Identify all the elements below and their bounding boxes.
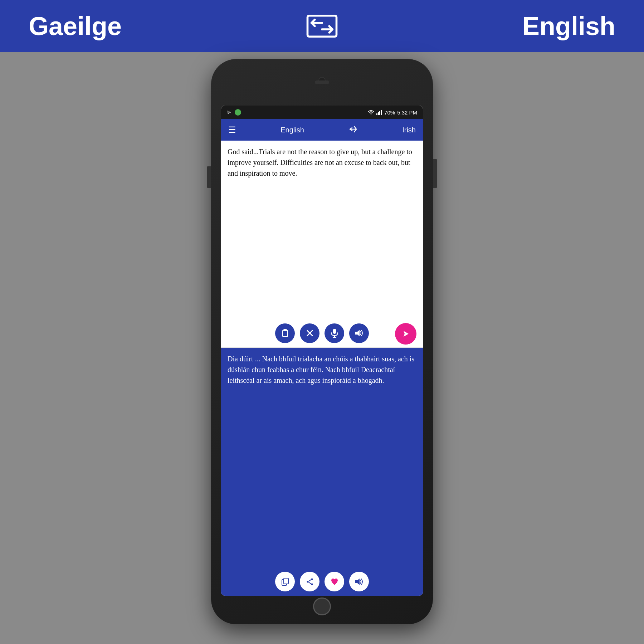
- output-text: Dia dúirt ... Nach bhfuil trialacha an c…: [221, 348, 423, 567]
- clear-button[interactable]: [300, 323, 319, 343]
- header-lang-right: English: [522, 11, 615, 41]
- input-speaker-button[interactable]: [349, 323, 369, 343]
- input-action-bar: [221, 319, 423, 347]
- svg-line-24: [308, 580, 311, 581]
- clipboard-button[interactable]: [275, 323, 295, 343]
- power-button: [433, 159, 437, 188]
- volume-button: [207, 166, 211, 188]
- svg-rect-20: [284, 578, 288, 584]
- status-bar: ⫸: [221, 106, 423, 119]
- svg-marker-18: [404, 331, 409, 337]
- svg-rect-0: [308, 15, 337, 36]
- output-speaker-button[interactable]: [349, 572, 369, 591]
- signal-icon: [376, 110, 382, 115]
- svg-rect-3: [376, 113, 377, 115]
- output-favorite-button[interactable]: [325, 572, 344, 591]
- phone-speaker: [315, 80, 329, 84]
- top-header: Gaeilge English: [0, 0, 644, 52]
- battery-percent: 70%: [384, 109, 395, 116]
- svg-marker-26: [355, 579, 360, 585]
- output-copy-button[interactable]: [275, 572, 295, 591]
- svg-marker-17: [355, 330, 360, 336]
- svg-point-21: [311, 578, 313, 580]
- header-lang-left: Gaeilge: [29, 11, 122, 41]
- output-action-bar: [221, 567, 423, 596]
- app-icon: [235, 109, 241, 116]
- output-share-button[interactable]: [300, 572, 319, 591]
- menu-icon[interactable]: ☰: [228, 125, 236, 135]
- usb-icon: ⫸: [227, 109, 232, 115]
- send-button[interactable]: [395, 323, 416, 345]
- home-button[interactable]: [313, 597, 331, 615]
- wifi-icon: [368, 110, 374, 115]
- status-left: ⫸: [227, 109, 241, 116]
- microphone-button[interactable]: [325, 323, 344, 343]
- output-area: Dia dúirt ... Nach bhfuil trialacha an c…: [221, 348, 423, 596]
- svg-rect-5: [379, 111, 380, 115]
- svg-rect-14: [333, 329, 336, 334]
- source-language-label[interactable]: English: [280, 126, 304, 134]
- svg-rect-6: [381, 110, 382, 115]
- swap-language-button[interactable]: [348, 126, 358, 135]
- app-bar: ☰ English Irish: [221, 119, 423, 141]
- target-language-label[interactable]: Irish: [402, 126, 416, 134]
- phone-shell: ⫸: [211, 59, 433, 624]
- status-right: 70% 5:32 PM: [368, 109, 417, 116]
- svg-point-22: [307, 581, 308, 582]
- input-text[interactable]: God said...Trials are not the reason to …: [221, 141, 423, 319]
- header-swap-icon[interactable]: [306, 10, 338, 42]
- input-area: God said...Trials are not the reason to …: [221, 141, 423, 348]
- phone-screen: ⫸: [221, 106, 423, 596]
- phone-device: ⫸: [211, 59, 433, 624]
- svg-rect-11: [284, 330, 287, 331]
- svg-rect-4: [378, 112, 379, 115]
- status-time: 5:32 PM: [397, 109, 417, 116]
- svg-point-23: [311, 583, 313, 585]
- svg-line-25: [308, 582, 311, 584]
